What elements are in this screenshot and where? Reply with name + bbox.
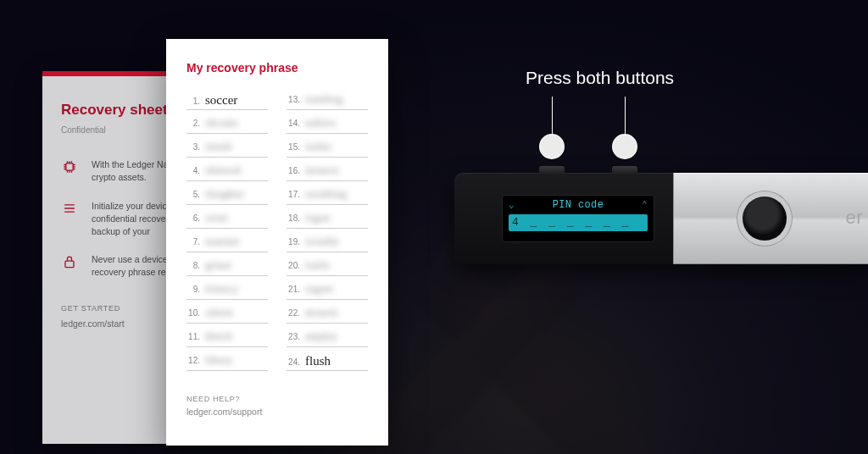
recovery-phrase-grid: 1.soccer2.obcamt3.tinash4.ohmood5.tlaugh… — [186, 93, 368, 371]
phrase-word: odaint — [205, 307, 233, 319]
phrase-word: grinat — [205, 259, 231, 272]
callout-line — [625, 97, 626, 136]
phrase-word: diatch — [205, 330, 232, 343]
phrase-number: 19. — [287, 237, 300, 246]
phrase-slot: 10.odaint — [186, 307, 268, 324]
phrase-number: 12. — [186, 356, 200, 365]
phrase-word: monern — [305, 164, 339, 177]
callout-label: Press both buttons — [526, 68, 674, 88]
phrase-word: nodus — [305, 141, 331, 153]
phrase-slot: 7.tsaninte — [186, 235, 268, 252]
phrase-slot: 3.tinash — [186, 141, 268, 158]
phrase-number: 2. — [186, 119, 200, 128]
phrase-word: togon — [305, 212, 331, 224]
phrase-slot: 12.tibeny — [186, 354, 268, 371]
phrase-number: 8. — [186, 261, 200, 270]
phrase-word: tlaughter — [205, 188, 245, 201]
device-brand-text: er — [846, 207, 863, 229]
phrase-slot: 17.sorathing — [287, 188, 368, 205]
phrase-word: orgent — [305, 283, 333, 296]
phrase-number: 5. — [186, 190, 200, 199]
phrase-word: obcamt — [205, 117, 237, 130]
callout-line — [552, 97, 553, 136]
phrase-slot: 14.nubern — [287, 117, 368, 134]
phrase-number: 22. — [287, 308, 300, 318]
phrase-word: soccer — [205, 93, 237, 108]
device-swivel-hole — [743, 197, 787, 241]
phrase-word: nubern — [305, 117, 336, 130]
phrase-slot: 5.tlaughter — [186, 188, 268, 205]
phrase-number: 4. — [186, 166, 200, 175]
phrase-slot: 4.ohmood — [186, 164, 268, 181]
device-screen-title: PIN code — [553, 199, 604, 211]
recovery-phrase-title: My recovery phrase — [186, 61, 368, 75]
phrase-word: ornat — [205, 212, 228, 224]
phrase-number: 15. — [287, 142, 300, 152]
phrase-number: 6. — [186, 213, 200, 223]
phrase-number: 24. — [287, 357, 300, 367]
device-screen: ⌄ PIN code ⌃ 4 _ _ _ _ _ _ _ — [502, 195, 654, 242]
phrase-slot: 22.monent — [287, 307, 368, 324]
phrase-word: tsalin — [305, 259, 330, 272]
recovery-phrase-footer-label: NEED HELP? — [186, 395, 368, 403]
phrase-number: 13. — [287, 95, 300, 104]
phrase-number: 10. — [186, 308, 200, 318]
phrase-number: 11. — [186, 332, 200, 341]
phrase-slot: 24.flush — [287, 354, 368, 371]
device-pin-entry: 4 _ _ _ _ _ _ _ — [509, 214, 648, 231]
phrase-slot: 9.ttimacy — [186, 283, 268, 300]
phrase-slot: 20.tsalin — [287, 259, 368, 276]
phrase-word: tsaninte — [205, 235, 240, 248]
phrase-number: 16. — [287, 166, 300, 175]
phrase-word: ttimacy — [205, 283, 239, 296]
phrase-slot: 18.togon — [287, 212, 368, 229]
phrase-word: tsanthog — [305, 93, 343, 106]
device-right-button[interactable] — [612, 166, 637, 174]
phrase-number: 18. — [287, 213, 300, 223]
phrase-slot: 23.amplay — [287, 330, 368, 347]
phrase-slot: 1.soccer — [186, 93, 268, 110]
phrase-slot: 19.oronthe — [287, 235, 368, 252]
phrase-slot: 16.monern — [287, 164, 368, 181]
callout-indicator-right — [612, 134, 637, 159]
phrase-number: 17. — [287, 190, 300, 199]
phrase-slot: 15.nodus — [287, 141, 368, 158]
phrase-word: flush — [305, 354, 331, 368]
phrase-word: ohmood — [205, 164, 241, 177]
phrase-number: 7. — [186, 237, 200, 246]
phrase-number: 9. — [186, 285, 200, 294]
chevron-up-icon: ⌃ — [642, 199, 648, 211]
phrase-number: 14. — [287, 119, 300, 128]
ledger-device: ⌄ PIN code ⌃ 4 _ _ _ _ _ _ _ er — [454, 152, 868, 264]
phrase-number: 20. — [287, 261, 300, 270]
recovery-phrase-footer-link: ledger.com/support — [186, 407, 368, 417]
phrase-slot: 11.diatch — [186, 330, 268, 347]
phrase-word: tinash — [205, 141, 232, 153]
phrase-number: 1. — [186, 97, 200, 106]
phrase-slot: 2.obcamt — [186, 117, 268, 134]
phrase-number: 3. — [186, 142, 200, 152]
phrase-slot: 21.orgent — [287, 283, 368, 300]
phrase-number: 23. — [287, 332, 300, 341]
device-left-button[interactable] — [539, 166, 565, 174]
phrase-slot: 8.grinat — [186, 259, 268, 276]
phrase-word: sorathing — [305, 188, 347, 201]
phrase-word: monent — [305, 307, 338, 319]
phrase-word: oronthe — [305, 235, 339, 248]
phrase-slot: 13.tsanthog — [287, 93, 368, 110]
recovery-phrase-card: My recovery phrase 1.soccer2.obcamt3.tin… — [166, 39, 388, 446]
phrase-word: amplay — [305, 330, 337, 343]
chevron-down-icon: ⌄ — [509, 199, 515, 211]
phrase-number: 21. — [287, 285, 300, 294]
phrase-word: tibeny — [205, 354, 233, 367]
callout-indicator-left — [539, 134, 565, 159]
phrase-slot: 6.ornat — [186, 212, 268, 229]
